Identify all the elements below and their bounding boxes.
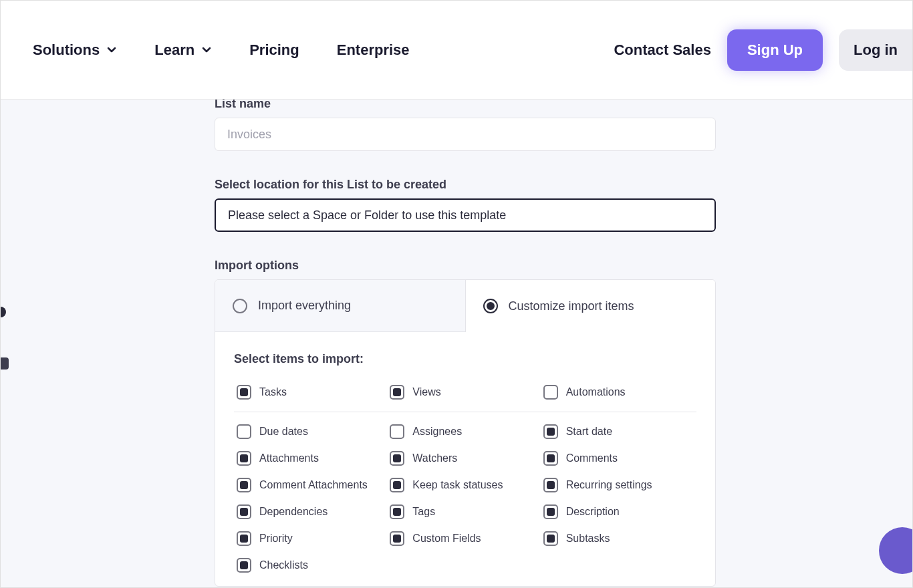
checkbox-row-primary: TasksViewsAutomations	[234, 385, 696, 400]
checkbox-label: Due dates	[259, 426, 308, 438]
checkbox-label: Priority	[259, 533, 293, 545]
checkbox-box-icon	[237, 478, 251, 492]
checkbox-label: Subtasks	[566, 533, 610, 545]
checkbox-label: Watchers	[412, 452, 457, 464]
checkbox-box-icon	[543, 385, 558, 400]
import-tabs: Import everything Customize import items	[215, 280, 715, 332]
checkbox-label: Recurring settings	[566, 479, 652, 491]
checkbox-comments[interactable]: Comments	[543, 451, 696, 466]
checkbox-label: Assignees	[412, 426, 462, 438]
contact-sales-link[interactable]: Contact Sales	[614, 41, 711, 59]
checkbox-box-icon	[390, 451, 404, 466]
checkbox-box-icon	[543, 478, 558, 492]
checkbox-box-icon	[237, 424, 251, 439]
nav-pricing-label: Pricing	[249, 41, 299, 59]
checkbox-box-icon	[390, 478, 404, 492]
checkbox-box-icon	[390, 424, 404, 439]
checkbox-due-dates[interactable]: Due dates	[237, 424, 390, 439]
nav-enterprise[interactable]: Enterprise	[337, 41, 410, 59]
checkbox-label: Checklists	[259, 559, 308, 571]
nav-solutions-label: Solutions	[33, 41, 100, 59]
checkbox-keep-task-statuses[interactable]: Keep task statuses	[390, 478, 543, 492]
checkbox-label: Dependencies	[259, 506, 328, 518]
checkbox-label: Views	[412, 386, 440, 398]
checkbox-label: Description	[566, 506, 620, 518]
checkbox-views[interactable]: Views	[390, 385, 543, 400]
checkbox-box-icon	[237, 385, 251, 400]
checkbox-box-icon	[237, 451, 251, 466]
import-options-label: Import options	[215, 259, 716, 273]
checkbox-box-icon	[390, 504, 404, 519]
checkbox-watchers[interactable]: Watchers	[390, 451, 543, 466]
checkbox-priority[interactable]: Priority	[237, 531, 390, 546]
radio-icon	[233, 299, 247, 313]
import-options-panel: Import everything Customize import items…	[215, 279, 716, 587]
tab-import-everything-label: Import everything	[258, 299, 351, 313]
checkbox-box-icon	[390, 531, 404, 546]
checkbox-attachments[interactable]: Attachments	[237, 451, 390, 466]
top-nav: Solutions Learn Pricing Enterprise Conta…	[1, 1, 912, 100]
nav-right: Contact Sales Sign Up Log in	[614, 29, 880, 71]
nav-solutions[interactable]: Solutions	[33, 41, 117, 59]
nav-learn[interactable]: Learn	[154, 41, 212, 59]
tab-customize-import[interactable]: Customize import items	[466, 280, 716, 332]
radio-icon	[483, 299, 498, 313]
checkbox-label: Automations	[566, 386, 626, 398]
checkbox-box-icon	[543, 424, 558, 439]
checkbox-grid: Due datesAssigneesStart dateAttachmentsW…	[234, 424, 696, 573]
checkbox-box-icon	[237, 504, 251, 519]
side-handle-2[interactable]	[1, 357, 9, 370]
checkbox-subtasks[interactable]: Subtasks	[543, 531, 696, 546]
checkbox-tags[interactable]: Tags	[390, 504, 543, 519]
main-area: List name Select location for this List …	[1, 100, 912, 587]
checkbox-checklists[interactable]: Checklists	[237, 558, 390, 573]
checkbox-label: Comment Attachments	[259, 479, 368, 491]
checkbox-assignees[interactable]: Assignees	[390, 424, 543, 439]
checkbox-box-icon	[237, 558, 251, 573]
checkbox-label: Tasks	[259, 386, 287, 398]
list-name-label: List name	[215, 100, 716, 111]
nav-left: Solutions Learn Pricing Enterprise	[33, 41, 410, 59]
checkbox-label: Keep task statuses	[412, 479, 503, 491]
chevron-down-icon	[201, 45, 212, 55]
select-items-label: Select items to import:	[234, 352, 696, 366]
checkbox-box-icon	[543, 504, 558, 519]
import-content: Select items to import: TasksViewsAutoma…	[215, 332, 715, 586]
checkbox-box-icon	[543, 531, 558, 546]
checkbox-label: Start date	[566, 426, 612, 438]
checkbox-label: Tags	[412, 506, 435, 518]
list-name-input[interactable]	[215, 118, 716, 151]
nav-enterprise-label: Enterprise	[337, 41, 410, 59]
help-fab[interactable]	[879, 527, 912, 574]
checkbox-start-date[interactable]: Start date	[543, 424, 696, 439]
chevron-down-icon	[106, 45, 117, 55]
select-location-dropdown[interactable]: Please select a Space or Folder to use t…	[215, 198, 716, 232]
checkbox-box-icon	[390, 385, 404, 400]
checkbox-label: Comments	[566, 452, 618, 464]
divider	[234, 412, 696, 412]
checkbox-label: Attachments	[259, 452, 319, 464]
checkbox-box-icon	[237, 531, 251, 546]
select-location-label: Select location for this List to be crea…	[215, 178, 716, 192]
checkbox-box-icon	[543, 451, 558, 466]
tab-customize-import-label: Customize import items	[509, 299, 634, 313]
checkbox-comment-attachments[interactable]: Comment Attachments	[237, 478, 390, 492]
tab-import-everything[interactable]: Import everything	[215, 280, 466, 332]
checkbox-description[interactable]: Description	[543, 504, 696, 519]
checkbox-custom-fields[interactable]: Custom Fields	[390, 531, 543, 546]
checkbox-recurring-settings[interactable]: Recurring settings	[543, 478, 696, 492]
checkbox-label: Custom Fields	[412, 533, 481, 545]
nav-learn-label: Learn	[154, 41, 194, 59]
checkbox-tasks[interactable]: Tasks	[237, 385, 390, 400]
checkbox-automations[interactable]: Automations	[543, 385, 696, 400]
form-container: List name Select location for this List …	[215, 100, 716, 587]
signup-button[interactable]: Sign Up	[727, 29, 823, 71]
side-handle[interactable]	[1, 307, 6, 317]
login-button[interactable]: Log in	[839, 29, 912, 71]
checkbox-dependencies[interactable]: Dependencies	[237, 504, 390, 519]
nav-pricing[interactable]: Pricing	[249, 41, 299, 59]
select-location-placeholder: Please select a Space or Folder to use t…	[228, 208, 506, 223]
